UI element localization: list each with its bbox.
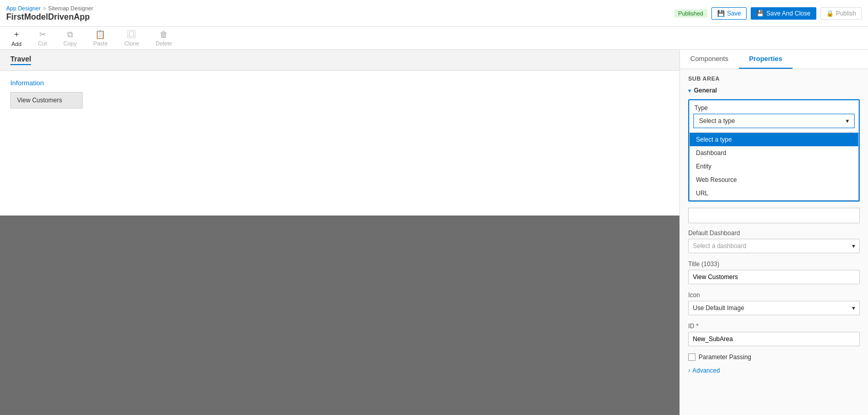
save-button[interactable]: 💾 Save — [711, 7, 747, 20]
default-dashboard-label: Default Dashboard — [688, 229, 860, 237]
type-select-value: Select a type — [699, 117, 735, 125]
save-icon: 💾 — [717, 10, 725, 17]
default-dashboard-select[interactable]: Select a dashboard ▾ — [688, 239, 860, 253]
sub-area-title: SUB AREA — [688, 75, 860, 82]
parameter-passing-label: Parameter Passing — [699, 353, 751, 361]
type-option-dashboard[interactable]: Dashboard — [690, 146, 858, 160]
type-section: Type Select a type ▾ Select a type Dashb… — [688, 99, 860, 202]
area-header-content: Travel — [10, 55, 31, 65]
parameter-passing-row: Parameter Passing — [688, 353, 860, 361]
icon-arrow-icon: ▾ — [852, 304, 855, 312]
publish-icon: 🔒 — [826, 10, 834, 17]
area-underline — [10, 64, 31, 65]
type-option-entity[interactable]: Entity — [690, 160, 858, 173]
collapse-chevron-icon: ▾ — [688, 88, 691, 94]
top-bar: App Designer > Sitemap Designer FirstMod… — [0, 0, 868, 27]
title-group: Title (1033) — [688, 260, 860, 284]
save-close-button[interactable]: 💾 Save And Close — [751, 7, 816, 20]
icon-group: Icon Use Default Image ▾ — [688, 291, 860, 315]
default-dashboard-arrow-icon: ▾ — [852, 242, 855, 250]
clone-icon: ⿴ — [128, 30, 136, 39]
type-option-url[interactable]: URL — [690, 187, 858, 200]
delete-icon: 🗑 — [160, 30, 168, 39]
paste-button[interactable]: 📋 Paste — [90, 28, 111, 48]
copy-icon: ⧉ — [67, 30, 73, 39]
breadcrumb: App Designer > Sitemap Designer — [6, 5, 94, 11]
advanced-label: Advanced — [692, 367, 720, 374]
clone-button[interactable]: ⿴ Clone — [121, 29, 143, 48]
publish-button[interactable]: 🔒 Publish — [820, 7, 862, 20]
type-dropdown-arrow-icon: ▾ — [846, 117, 849, 125]
panel-tabs: Components Properties — [680, 50, 868, 69]
type-option-web-resource[interactable]: Web Resource — [690, 173, 858, 187]
published-badge: Published — [674, 9, 707, 18]
area-label: Travel — [10, 55, 31, 63]
tab-components[interactable]: Components — [680, 50, 739, 69]
general-section-header[interactable]: ▾ General — [688, 87, 860, 94]
cut-button[interactable]: ✂ Cut — [35, 28, 50, 48]
panel-content: SUB AREA ▾ General Type Select a type ▾ … — [680, 69, 868, 415]
breadcrumb-sep: > — [43, 5, 46, 11]
parameter-passing-checkbox[interactable] — [688, 353, 695, 361]
main-layout: Travel Information View Customers Compon… — [0, 50, 868, 415]
subarea-item[interactable]: View Customers — [10, 92, 83, 109]
delete-button[interactable]: 🗑 Delete — [152, 29, 175, 48]
sitemap-body: Information View Customers — [0, 71, 679, 216]
copy-button[interactable]: ⧉ Copy — [60, 29, 80, 48]
save-close-icon: 💾 — [756, 10, 764, 17]
type-select[interactable]: Select a type ▾ — [693, 114, 855, 128]
type-field-label: Type — [689, 100, 859, 114]
add-button[interactable]: ＋ Add — [8, 28, 25, 48]
title-input[interactable] — [688, 270, 860, 284]
empty-field[interactable] — [688, 208, 860, 223]
breadcrumb-app-designer[interactable]: App Designer — [6, 5, 41, 11]
default-dashboard-value: Select a dashboard — [693, 242, 746, 250]
icon-label: Icon — [688, 291, 860, 299]
tab-properties[interactable]: Properties — [739, 50, 793, 69]
area-header: Travel — [0, 50, 679, 71]
command-bar: ＋ Add ✂ Cut ⧉ Copy 📋 Paste ⿴ Clone 🗑 Del… — [0, 27, 868, 50]
paste-icon: 📋 — [95, 29, 105, 39]
cut-icon: ✂ — [39, 29, 46, 39]
canvas-bottom — [0, 216, 679, 415]
general-section-label: General — [694, 87, 717, 94]
app-title: FirstModelDrivenApp — [6, 12, 94, 22]
icon-select[interactable]: Use Default Image ▾ — [688, 301, 860, 315]
group-label: Information — [10, 79, 669, 87]
advanced-section[interactable]: › Advanced — [688, 367, 860, 374]
title-label: Title (1033) — [688, 260, 860, 268]
breadcrumb-sitemap-designer: Sitemap Designer — [48, 5, 93, 11]
id-group: ID * — [688, 322, 860, 346]
id-input[interactable] — [688, 332, 860, 346]
right-panel: Components Properties SUB AREA ▾ General… — [679, 50, 868, 415]
icon-value: Use Default Image — [693, 304, 744, 312]
top-bar-right: Published 💾 Save 💾 Save And Close 🔒 Publ… — [674, 7, 862, 20]
type-option-select-a-type[interactable]: Select a type — [690, 133, 858, 146]
default-dashboard-group: Default Dashboard Select a dashboard ▾ — [688, 229, 860, 253]
id-label: ID * — [688, 322, 860, 330]
type-dropdown-menu: Select a type Dashboard Entity Web Resou… — [689, 132, 859, 201]
add-icon: ＋ — [12, 29, 21, 40]
canvas-area: Travel Information View Customers — [0, 50, 679, 415]
top-bar-left: App Designer > Sitemap Designer FirstMod… — [6, 5, 94, 22]
advanced-chevron-icon: › — [688, 367, 690, 374]
